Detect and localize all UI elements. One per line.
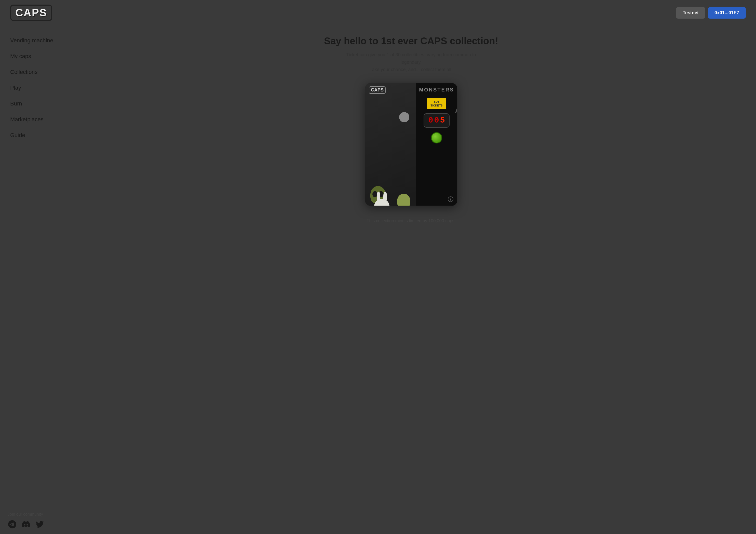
card-left-header: CAPS [365, 83, 416, 97]
header-buttons: Testnet 0x01...01E7 [676, 7, 746, 18]
buy-tickets-button[interactable]: BUY TICKETS [427, 98, 446, 109]
card-left: CAPS [365, 83, 416, 206]
lever-button[interactable] [431, 132, 442, 143]
wallet-button[interactable]: 0x01...01E7 [708, 7, 746, 18]
monsters-title: MONSTERS [419, 87, 454, 93]
ticket-btn-line1: BUY [434, 100, 439, 103]
card-caps-logo: CAPS [369, 86, 386, 94]
hero-subtitle-line1: Ticket can give you 1 of 30 collectibles… [346, 52, 476, 65]
footer-note: This collection mint is limited by 100,0… [366, 218, 456, 223]
hero-subtitle: Ticket can give you 1 of 30 collectibles… [340, 51, 482, 73]
digit-0: 0 [428, 116, 433, 125]
vending-machine-card: CAPS [365, 83, 457, 206]
sidebar-item-vending-machine[interactable]: Vending machine [8, 33, 66, 48]
telegram-icon[interactable] [8, 520, 17, 529]
ticket-btn-line2: TICKETS [430, 104, 443, 107]
social-icons [8, 520, 66, 529]
community-section: Join our community [8, 504, 66, 529]
digit-1: 0 [434, 116, 439, 125]
display-counter: 0 0 5 [423, 113, 449, 127]
sidebar-item-collections[interactable]: Collections [8, 65, 66, 79]
card-right: MONSTERS BUY TICKETS 0 0 5 i [416, 83, 457, 206]
rabbit-figure [370, 199, 393, 206]
sidebar-item-marketplaces[interactable]: Marketplaces [8, 112, 66, 127]
hero-subtitle-line2: Take your chance, and... collect them al… [369, 67, 452, 72]
zombie-figure [395, 194, 413, 206]
twitter-icon[interactable] [35, 520, 44, 529]
rabbit-ear-left [377, 192, 380, 200]
spider-body [399, 112, 409, 122]
sidebar-item-burn[interactable]: Burn [8, 96, 66, 111]
logo-container: CAPS [10, 5, 52, 21]
monster-scene [365, 97, 416, 206]
testnet-button[interactable]: Testnet [676, 7, 705, 18]
app-header: CAPS Testnet 0x01...01E7 [0, 0, 756, 25]
sidebar-item-play[interactable]: Play [8, 80, 66, 95]
zombie-head [397, 194, 410, 206]
spider-creature [397, 112, 411, 126]
info-icon[interactable]: i [448, 196, 453, 202]
community-label: Join our community [8, 512, 66, 517]
main-content: Say hello to 1st ever CAPS collection! T… [66, 25, 756, 534]
discord-icon[interactable] [21, 520, 31, 529]
nav-menu: Vending machine My caps Collections Play… [8, 33, 66, 144]
sidebar-item-guide[interactable]: Guide [8, 128, 66, 143]
slash-decoration [455, 94, 457, 114]
page-layout: Vending machine My caps Collections Play… [0, 25, 756, 534]
digit-2: 5 [440, 116, 445, 125]
rabbit-ear-right [383, 192, 387, 200]
sidebar-item-my-caps[interactable]: My caps [8, 49, 66, 64]
hero-title: Say hello to 1st ever CAPS collection! [324, 36, 498, 47]
rabbit-body [374, 199, 390, 206]
sidebar: Vending machine My caps Collections Play… [0, 25, 66, 534]
app-logo: CAPS [10, 5, 52, 21]
